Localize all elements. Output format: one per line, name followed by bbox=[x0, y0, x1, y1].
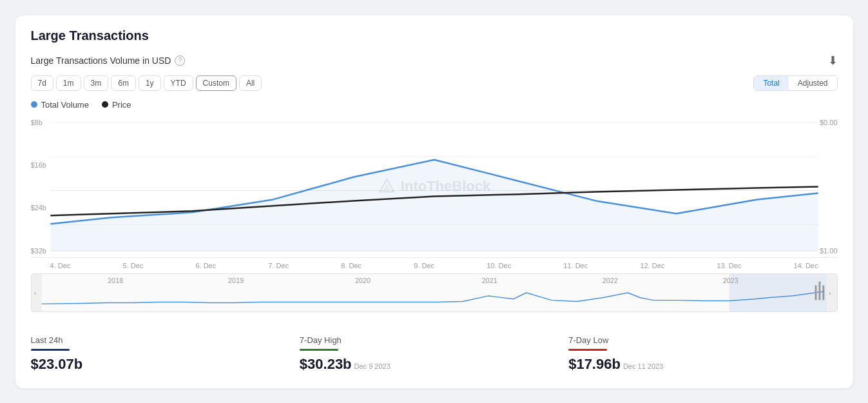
main-chart-svg bbox=[31, 116, 838, 257]
legend-row: Total Volume Price bbox=[31, 100, 838, 110]
svg-rect-8 bbox=[32, 274, 837, 311]
info-icon[interactable]: ? bbox=[175, 55, 185, 66]
time-filters: 7d 1m 3m 6m 1y YTD Custom All bbox=[31, 75, 262, 91]
mini-chart-container: 2018 2019 2020 2021 2022 2023 ‹ › bbox=[31, 273, 838, 312]
main-chart-area: $32b $24b $16b $8b $1.00 $0.00 IntoTheBl… bbox=[31, 116, 838, 258]
stat-value-high: $30.23bDec 9 2023 bbox=[300, 356, 555, 373]
filter-7d[interactable]: 7d bbox=[31, 75, 53, 91]
filter-6m[interactable]: 6m bbox=[111, 75, 136, 91]
section-title: Large Transactions Volume in USD ? bbox=[31, 55, 186, 66]
svg-text:2023: 2023 bbox=[722, 276, 738, 284]
legend-price: Price bbox=[102, 100, 131, 110]
svg-text:›: › bbox=[829, 289, 831, 296]
svg-text:2021: 2021 bbox=[481, 276, 497, 284]
legend-dot-price bbox=[102, 101, 108, 108]
svg-text:‹: ‹ bbox=[34, 289, 35, 296]
large-transactions-card: Large Transactions Large Transactions Vo… bbox=[15, 15, 853, 388]
svg-rect-9 bbox=[729, 274, 836, 311]
toggle-adjusted[interactable]: Adjusted bbox=[789, 76, 837, 90]
filter-1m[interactable]: 1m bbox=[56, 75, 81, 91]
section-header: Large Transactions Volume in USD ? ⬇ bbox=[31, 54, 838, 68]
svg-rect-22 bbox=[822, 285, 824, 300]
svg-rect-21 bbox=[818, 281, 820, 300]
filter-1y[interactable]: 1y bbox=[139, 75, 161, 91]
filter-all[interactable]: All bbox=[239, 75, 262, 91]
svg-text:2019: 2019 bbox=[228, 276, 244, 284]
svg-rect-16 bbox=[32, 274, 42, 311]
filter-custom[interactable]: Custom bbox=[196, 75, 236, 91]
legend-dot-volume bbox=[31, 101, 37, 108]
stat-underline-high bbox=[300, 349, 338, 351]
stat-underline-24h bbox=[31, 349, 70, 351]
stat-value-24h: $23.07b bbox=[31, 356, 287, 373]
mini-chart-svg: 2018 2019 2020 2021 2022 2023 ‹ › bbox=[32, 274, 837, 311]
svg-text:2022: 2022 bbox=[602, 276, 617, 284]
svg-rect-20 bbox=[815, 285, 816, 300]
svg-marker-7 bbox=[50, 159, 818, 250]
stat-underline-low bbox=[568, 349, 607, 351]
stat-value-low: $17.96bDec 11 2023 bbox=[568, 356, 824, 373]
stats-row: Last 24h $23.07b 7-Day High $30.23bDec 9… bbox=[31, 325, 838, 373]
x-axis: 4. Dec 5. Dec 6. Dec 7. Dec 8. Dec 9. De… bbox=[31, 258, 838, 270]
stat-7day-high: 7-Day High $30.23bDec 9 2023 bbox=[300, 335, 568, 373]
toggle-total[interactable]: Total bbox=[754, 76, 788, 90]
download-icon[interactable]: ⬇ bbox=[828, 54, 838, 68]
stat-7day-low: 7-Day Low $17.96bDec 11 2023 bbox=[568, 335, 837, 373]
card-title: Large Transactions bbox=[31, 28, 838, 43]
legend-total-volume: Total Volume bbox=[31, 100, 89, 110]
filter-3m[interactable]: 3m bbox=[84, 75, 109, 91]
svg-text:2018: 2018 bbox=[108, 276, 123, 284]
stat-last-24h: Last 24h $23.07b bbox=[31, 335, 300, 373]
toggle-group: Total Adjusted bbox=[753, 75, 837, 91]
svg-text:2020: 2020 bbox=[354, 276, 370, 284]
filter-ytd[interactable]: YTD bbox=[164, 75, 193, 91]
controls-row: 7d 1m 3m 6m 1y YTD Custom All Total Adju… bbox=[31, 75, 838, 91]
